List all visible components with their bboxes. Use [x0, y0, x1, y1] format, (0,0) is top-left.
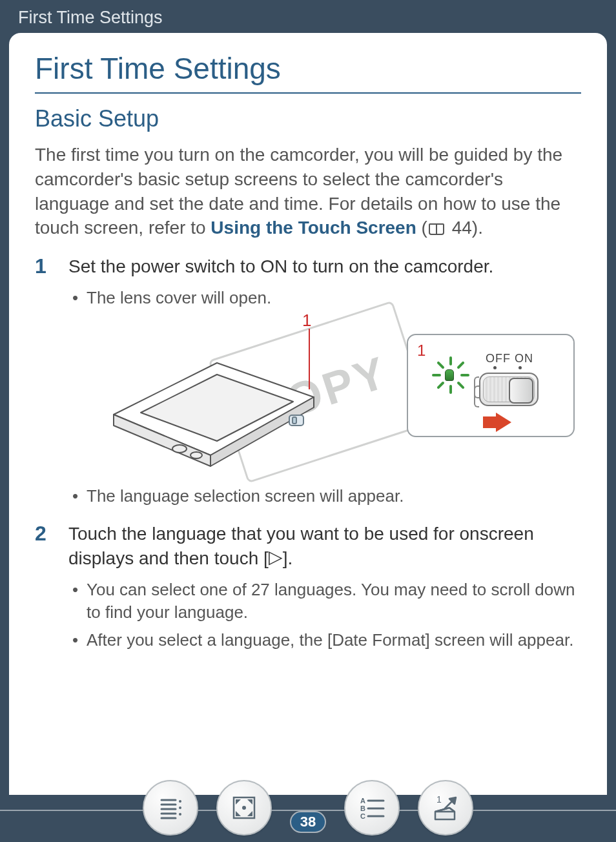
triangle-right-icon: ▷: [269, 545, 283, 570]
step-2-text-pre: Touch the language that you want to be u…: [68, 524, 534, 568]
illustration-area: COPY 1 1: [68, 314, 581, 476]
intro-ref: 44).: [447, 218, 483, 238]
svg-text:1: 1: [436, 794, 442, 805]
svg-marker-17: [236, 799, 241, 805]
step-1: 1 Set the power switch to ON to turn on …: [35, 254, 581, 513]
list-icon: [156, 794, 185, 822]
svg-point-4: [172, 445, 187, 453]
svg-rect-7: [293, 417, 296, 424]
bottom-bar: 38 ABC 1: [0, 771, 616, 842]
svg-text:A: A: [360, 797, 365, 805]
book-icon: [429, 223, 444, 235]
power-switch-icon: [479, 373, 539, 406]
svg-point-13: [179, 800, 181, 803]
page-number-pill: 38: [290, 811, 326, 833]
callout-label-left: 1: [302, 311, 311, 331]
svg-marker-20: [247, 811, 252, 816]
power-led-icon: [445, 369, 454, 381]
touch-screen-link[interactable]: Using the Touch Screen: [210, 218, 416, 238]
svg-text:C: C: [360, 812, 365, 820]
power-switch-panel: 1 OFF ON: [407, 334, 575, 437]
nav-index-button[interactable]: ABC: [344, 780, 400, 836]
section-title: Basic Setup: [35, 105, 581, 132]
svg-point-15: [179, 813, 181, 816]
abc-list-icon: ABC: [356, 794, 387, 822]
page-title: First Time Settings: [35, 51, 581, 94]
svg-point-21: [242, 806, 246, 810]
step-2-bullet-2: After you select a language, the [Date F…: [71, 629, 581, 652]
switch-dots: [493, 366, 522, 369]
arrow-right-icon: [496, 413, 511, 432]
step-2-text: Touch the language that you want to be u…: [68, 522, 581, 571]
svg-text:B: B: [360, 805, 365, 812]
intro-paragraph: The first time you turn on the camcorder…: [35, 143, 581, 240]
nav-expand-button[interactable]: [216, 780, 272, 836]
step-1-number: 1: [35, 254, 54, 513]
svg-point-14: [179, 806, 181, 809]
step-1-bullet-2: The language selection screen will appea…: [71, 485, 581, 508]
step-2-bullet-1: You can select one of 27 languages. You …: [71, 579, 581, 624]
nav-toc-button[interactable]: [143, 780, 198, 836]
step-2: 2 Touch the language that you want to be…: [35, 522, 581, 657]
svg-point-5: [190, 452, 202, 458]
box-arrow-icon: 1: [430, 792, 461, 823]
callout-label-right: 1: [417, 342, 426, 360]
step-1-text: Set the power switch to ON to turn on th…: [68, 254, 581, 279]
camcorder-illustration: [107, 353, 320, 469]
step-1-bullet-1: The lens cover will open.: [71, 287, 581, 309]
header-breadcrumb: First Time Settings: [0, 0, 616, 33]
off-on-label: OFF ON: [486, 352, 533, 365]
expand-icon: [230, 794, 258, 822]
step-2-number: 2: [35, 522, 54, 657]
intro-text-open: (: [422, 218, 427, 238]
step-2-text-post: ].: [283, 548, 293, 568]
svg-marker-19: [236, 811, 241, 816]
svg-marker-18: [247, 799, 252, 805]
nav-top-button[interactable]: 1: [418, 780, 473, 836]
page-card: First Time Settings Basic Setup The firs…: [9, 33, 607, 795]
